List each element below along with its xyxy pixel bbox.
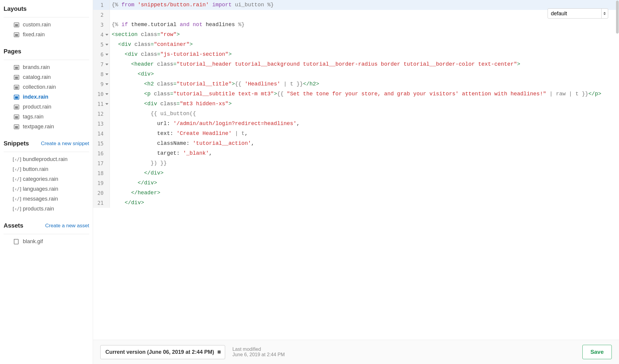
section-title: Snippets bbox=[4, 140, 29, 147]
section-header: Layouts bbox=[0, 0, 93, 15]
version-dropdown[interactable]: Current version (June 06, 2019 at 2:44 P… bbox=[100, 345, 225, 359]
code-line[interactable]: </div> bbox=[110, 168, 619, 178]
line-number[interactable]: 3 bbox=[93, 20, 110, 30]
code-line[interactable]: <section class="row"> bbox=[110, 30, 619, 40]
section-header: Pages bbox=[0, 43, 93, 58]
file-label: brands.rain bbox=[23, 64, 50, 70]
file-item[interactable]: categories.rain bbox=[0, 174, 93, 184]
code-line[interactable]: }) }} bbox=[110, 158, 619, 168]
code-line[interactable]: <div class="mt3 hidden-xs"> bbox=[110, 99, 619, 109]
file-item[interactable]: collection.rain bbox=[0, 82, 93, 92]
section-header: SnippetsCreate a new snippet bbox=[0, 135, 93, 150]
file-list: blank.gif bbox=[0, 234, 93, 249]
code-line[interactable]: className: 'tutorial__action', bbox=[110, 139, 619, 148]
layout-dropdown[interactable]: default bbox=[548, 8, 608, 19]
code-line[interactable]: </header> bbox=[110, 188, 619, 198]
line-number[interactable]: 9 bbox=[93, 79, 110, 89]
file-item[interactable]: button.rain bbox=[0, 164, 93, 174]
file-item[interactable]: catalog.rain bbox=[0, 72, 93, 82]
scrollbar-thumb[interactable] bbox=[616, 1, 619, 34]
file-list: brands.raincatalog.raincollection.rainin… bbox=[0, 60, 93, 135]
file-item[interactable]: products.rain bbox=[0, 204, 93, 214]
line-number[interactable]: 14 bbox=[93, 129, 110, 139]
line-number[interactable]: 13 bbox=[93, 119, 110, 129]
file-label: tags.rain bbox=[23, 114, 44, 120]
code-line[interactable]: target: '_blank', bbox=[110, 148, 619, 158]
layout-icon bbox=[14, 95, 19, 100]
file-item[interactable]: index.rain bbox=[0, 92, 93, 102]
file-item[interactable]: fixed.rain bbox=[0, 30, 93, 40]
line-number[interactable]: 16 bbox=[93, 148, 110, 158]
version-label: Current version (June 06, 2019 at 2:44 P… bbox=[105, 349, 214, 355]
line-number[interactable]: 18 bbox=[93, 168, 110, 178]
file-label: button.rain bbox=[23, 166, 48, 172]
code-line[interactable]: </div> bbox=[110, 178, 619, 188]
code-icon bbox=[14, 207, 20, 211]
create-new-link[interactable]: Create a new snippet bbox=[41, 141, 89, 147]
layout-icon bbox=[14, 105, 19, 109]
line-number[interactable]: 12 bbox=[93, 109, 110, 119]
file-item[interactable]: custom.rain bbox=[0, 20, 93, 30]
line-number[interactable]: 1 bbox=[93, 0, 110, 10]
line-number[interactable]: 20 bbox=[93, 188, 110, 198]
layout-icon bbox=[14, 115, 19, 119]
section-header: AssetsCreate a new asset bbox=[0, 217, 93, 232]
file-label: messages.rain bbox=[23, 196, 58, 202]
code-icon bbox=[14, 187, 20, 192]
save-button[interactable]: Save bbox=[582, 345, 612, 359]
file-item[interactable]: bundleproduct.rain bbox=[0, 154, 93, 164]
file-list: custom.rainfixed.rain bbox=[0, 17, 93, 43]
code-line[interactable]: url: '/admin/auth/login?redirect=headlin… bbox=[110, 119, 619, 129]
sidebar: Layoutscustom.rainfixed.rainPagesbrands.… bbox=[0, 0, 93, 364]
line-number[interactable]: 17 bbox=[93, 158, 110, 168]
chevron-updown-icon bbox=[218, 350, 221, 354]
editor-panel: default 12345678910111213141516171819202… bbox=[93, 0, 619, 364]
file-item[interactable]: messages.rain bbox=[0, 194, 93, 204]
code-line[interactable]: <header class="tutorial__header tutorial… bbox=[110, 59, 619, 69]
file-item[interactable]: textpage.rain bbox=[0, 122, 93, 132]
line-number[interactable]: 2 bbox=[93, 10, 110, 20]
code-line[interactable]: </div> bbox=[110, 198, 619, 208]
line-number[interactable]: 19 bbox=[93, 178, 110, 188]
file-label: fixed.rain bbox=[23, 31, 45, 38]
layout-icon bbox=[14, 75, 19, 80]
line-number[interactable]: 5 bbox=[93, 40, 110, 49]
line-number[interactable]: 21 bbox=[93, 198, 110, 208]
section-title: Pages bbox=[4, 48, 21, 55]
file-label: product.rain bbox=[23, 104, 51, 110]
code-line[interactable] bbox=[110, 10, 619, 20]
line-number[interactable]: 7 bbox=[93, 59, 110, 69]
code-line[interactable]: {% from 'snippets/button.rain' import ui… bbox=[110, 0, 619, 10]
line-number[interactable]: 10 bbox=[93, 89, 110, 99]
code-line[interactable]: <div> bbox=[110, 69, 619, 79]
layout-icon bbox=[14, 85, 19, 90]
last-modified-info: Last modified June 6, 2019 at 2:44 PM bbox=[232, 347, 285, 357]
file-label: textpage.rain bbox=[23, 124, 54, 130]
code-line[interactable]: {{ ui_button({ bbox=[110, 109, 619, 119]
code-line[interactable]: <div class="js-tutorial-section"> bbox=[110, 49, 619, 59]
code-line[interactable]: <h2 class="tutorial__title">{{ 'Headline… bbox=[110, 79, 619, 89]
file-item[interactable]: product.rain bbox=[0, 102, 93, 112]
code-line[interactable]: <p class="tutorial__subtitle text-m mt3"… bbox=[110, 89, 619, 99]
layout-icon bbox=[14, 32, 19, 37]
file-item[interactable]: brands.rain bbox=[0, 62, 93, 72]
line-number[interactable]: 8 bbox=[93, 69, 110, 79]
code-editor[interactable]: default 12345678910111213141516171819202… bbox=[93, 0, 619, 340]
file-label: categories.rain bbox=[23, 176, 58, 182]
layout-select[interactable]: default bbox=[548, 9, 608, 18]
line-number[interactable]: 15 bbox=[93, 139, 110, 148]
file-item[interactable]: blank.gif bbox=[0, 237, 93, 246]
code-line[interactable]: <div class="container"> bbox=[110, 40, 619, 49]
file-item[interactable]: tags.rain bbox=[0, 112, 93, 122]
file-label: custom.rain bbox=[23, 22, 51, 28]
file-item[interactable]: languages.rain bbox=[0, 184, 93, 194]
code-line[interactable]: {% if theme.tutorial and not headlines %… bbox=[110, 20, 619, 30]
file-label: bundleproduct.rain bbox=[23, 156, 68, 163]
line-number-gutter: 123456789101112131415161718192021 bbox=[93, 0, 110, 208]
line-number[interactable]: 11 bbox=[93, 99, 110, 109]
code-line[interactable]: text: 'Create Headline' | t, bbox=[110, 129, 619, 139]
line-number[interactable]: 4 bbox=[93, 30, 110, 40]
file-icon bbox=[14, 239, 19, 244]
line-number[interactable]: 6 bbox=[93, 49, 110, 59]
create-new-link[interactable]: Create a new asset bbox=[45, 223, 89, 229]
